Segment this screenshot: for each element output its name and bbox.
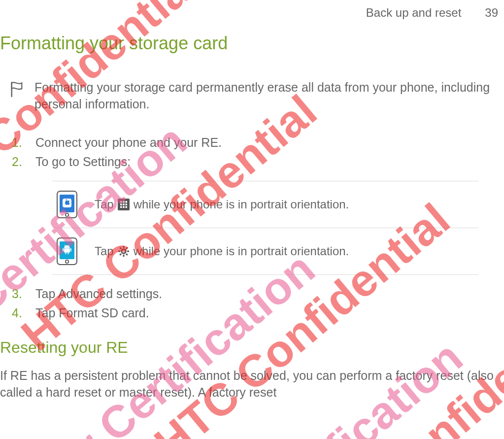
svg-rect-12: [123, 206, 125, 208]
svg-rect-16: [64, 248, 70, 252]
step-number: 3.: [12, 287, 24, 301]
android-row-text: Tap: [95, 244, 349, 258]
device-row-android: Tap: [52, 228, 478, 274]
svg-rect-19: [66, 252, 67, 254]
device-row-ios: Tap while your phone is in portrait orie…: [52, 181, 478, 228]
step-number: 2.: [12, 155, 24, 169]
text-pre: Tap: [95, 244, 114, 258]
step-text: Tap Format SD card.: [35, 306, 149, 320]
svg-rect-8: [120, 203, 122, 205]
svg-rect-9: [123, 203, 125, 205]
svg-rect-10: [125, 203, 127, 205]
svg-rect-11: [120, 206, 122, 208]
warning-block: Formatting your storage card permanently…: [10, 79, 500, 113]
page-number: 39: [485, 6, 498, 20]
text-pre: Tap: [95, 198, 114, 211]
svg-line-30: [126, 254, 128, 255]
step-text: Tap Advanced settings.: [35, 287, 162, 301]
text-post: while your phone is in portrait orientat…: [134, 198, 349, 211]
step-list-cont: 3. Tap Advanced settings. 4. Tap Format …: [12, 287, 500, 320]
step-2: 2. To go to Settings:: [12, 155, 500, 169]
step-4: 4. Tap Format SD card.: [12, 306, 500, 320]
step-3: 3. Tap Advanced settings.: [12, 287, 500, 301]
svg-rect-17: [63, 248, 64, 251]
svg-point-24: [122, 249, 126, 253]
step-number: 4.: [12, 306, 24, 320]
gear-icon: [118, 245, 130, 257]
svg-rect-7: [125, 201, 127, 203]
svg-line-29: [120, 247, 121, 249]
reset-paragraph: If RE has a persistent problem that cann…: [0, 368, 500, 401]
heading-formatting: Formatting your storage card: [0, 33, 500, 54]
step-number: 1.: [12, 135, 24, 150]
page-header: Back up and reset 39: [0, 6, 500, 20]
step-text: To go to Settings:: [35, 155, 131, 169]
svg-line-32: [120, 254, 121, 255]
ios-device-icon: [56, 190, 78, 219]
step-1: 1. Connect your phone and your RE.: [12, 135, 500, 150]
text-post: while your phone is in portrait orientat…: [134, 244, 349, 258]
warning-text: Formatting your storage card permanently…: [34, 79, 500, 113]
section-title: Back up and reset: [366, 6, 461, 20]
android-device-icon: [56, 237, 78, 266]
svg-rect-5: [120, 201, 122, 203]
heading-resetting: Resetting your RE: [0, 338, 500, 357]
flag-icon: [10, 81, 24, 97]
device-table: Tap while your phone is in portrait orie…: [52, 181, 478, 275]
step-list: 1. Connect your phone and your RE. 2. To…: [12, 135, 500, 169]
svg-rect-13: [125, 206, 127, 208]
step-text: Connect your phone and your RE.: [35, 135, 222, 150]
svg-rect-18: [70, 248, 71, 251]
svg-line-31: [126, 247, 128, 249]
svg-rect-20: [68, 252, 69, 254]
ios-row-text: Tap while your phone is in portrait orie…: [95, 198, 349, 211]
menu-grid-icon: [118, 199, 130, 210]
svg-rect-6: [123, 201, 125, 203]
